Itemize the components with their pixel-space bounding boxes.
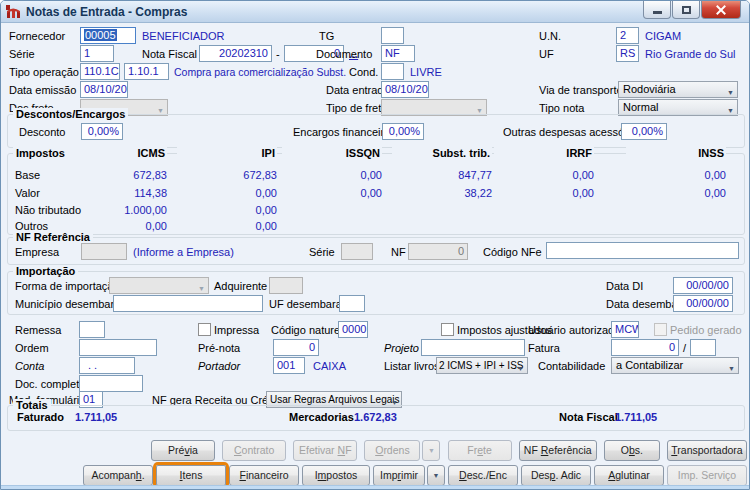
desp-adic-button[interactable]: Desp. Adic [521, 465, 591, 486]
pedido-gerado-checkbox [654, 323, 667, 336]
desc-enc-button[interactable]: Desc./Enc [448, 465, 518, 486]
acompanh-button[interactable]: Acompanh. [83, 465, 153, 486]
usuario-autorizado-label: Usuário autorizado [528, 324, 620, 336]
aglutinar-button[interactable]: Aglutinar [594, 465, 664, 486]
tg-field[interactable] [381, 27, 404, 44]
doc-completo-field[interactable] [79, 375, 143, 392]
data-emissao-field[interactable]: 08/10/20 [80, 81, 128, 98]
impostos-ajustados-checkbox[interactable] [441, 323, 454, 336]
pre-nota-field[interactable]: 0 [273, 339, 319, 356]
minimize-button[interactable] [643, 1, 671, 19]
tipo-operacao-field2[interactable]: 1.10.1 [124, 63, 169, 80]
previa-button[interactable]: Prévia [151, 440, 215, 461]
app-icon [6, 4, 21, 19]
serie-field[interactable]: 1 [80, 45, 114, 62]
fatura-label: Fatura [528, 342, 560, 354]
via-transporte-select[interactable]: Rodoviária▼ [618, 81, 738, 98]
faturado-label: Faturado [17, 411, 64, 423]
impostos-row-label: Valor [15, 187, 40, 199]
contabilidade-select[interactable]: a Contabilizar▼ [611, 357, 739, 374]
un-field[interactable]: 2 [616, 27, 639, 44]
ordens-button-group: Ordens ▼ [364, 440, 440, 461]
transportadora-button[interactable]: Transportadora [667, 440, 747, 461]
imprimir-dropdown-arrow[interactable]: ▼ [427, 465, 445, 486]
impostos-cell: 847,77 [392, 169, 492, 181]
impostos-col-irrf: IRRF [494, 147, 594, 159]
fornecedor-label: Fornecedor [9, 30, 65, 42]
municipio-desembaraco-field[interactable] [113, 295, 263, 312]
data-desembaraco-field[interactable]: 00/00/00 [673, 295, 733, 312]
maximize-button[interactable] [672, 1, 700, 19]
impostos-col-subst: Subst. trib. [392, 147, 492, 159]
un-name: CIGAM [645, 30, 681, 42]
usuario-autorizado-field[interactable]: MCW [611, 321, 639, 338]
nota-fiscal-field[interactable]: 20202310 [199, 45, 272, 62]
data-entrada-field[interactable]: 08/10/20 [381, 81, 429, 98]
imprimir-button[interactable]: Imprimir [373, 465, 425, 486]
desconto-field[interactable]: 0,00% [81, 123, 123, 140]
impostos-button[interactable]: Impostos [302, 465, 370, 486]
window-frame-bottom [1, 485, 749, 489]
fatura-field[interactable]: 0 [611, 339, 679, 356]
close-button[interactable] [701, 1, 741, 19]
nf-referencia-title: NF Referência [13, 231, 93, 243]
impostos-col-inss: INSS [626, 147, 726, 159]
obs-button[interactable]: Obs. [604, 440, 660, 461]
codigo-natureza-field[interactable]: 0000 [338, 321, 368, 338]
un-label: U.N. [539, 30, 561, 42]
contabilidade-label: Contabilidade [538, 360, 605, 372]
uf-field[interactable]: RS [616, 45, 639, 62]
ordem-field[interactable] [79, 339, 157, 356]
cond-pag-field[interactable] [381, 63, 404, 80]
financeiro-button[interactable]: Financeiro [229, 465, 299, 486]
projeto-field[interactable] [421, 339, 525, 356]
nf-referencia-button[interactable]: NF Referência [519, 440, 597, 461]
cond-pag-desc: LIVRE [410, 66, 442, 78]
conta-label: Conta [15, 360, 44, 372]
outras-despesas-field[interactable]: 0,00% [621, 123, 667, 140]
data-di-field[interactable]: 00/00/00 [673, 277, 733, 294]
descontos-title: Descontos/Encargos [13, 108, 128, 120]
adquirente-field [269, 277, 303, 294]
chevron-down-icon: ▼ [728, 361, 735, 374]
impostos-cell: 672,83 [177, 169, 277, 181]
documento-field[interactable]: NF [381, 45, 415, 62]
remessa-field[interactable] [79, 321, 105, 338]
empresa-hint: (Informe a Empresa) [133, 246, 234, 258]
nf-ref-nf-label: NF [391, 246, 406, 258]
efetivar-nf-button: Efetivar NF [293, 440, 357, 461]
tipo-operacao-field[interactable]: 110.1C [80, 63, 120, 80]
chevron-down-icon: ▼ [727, 85, 734, 98]
tg-label: TG [319, 30, 334, 42]
listar-livros-label: Listar livros [384, 360, 440, 372]
contrato-button: Contrato [222, 440, 286, 461]
impostos-cell: 1.000,00 [67, 204, 167, 216]
contabilidade-value: a Contabilizar [616, 359, 683, 371]
impressa-checkbox[interactable] [198, 323, 211, 336]
listar-livros-value: 2 ICMS + IPI + ISS [439, 360, 523, 371]
forma-importacao-label: Forma de importação [15, 280, 120, 292]
ordens-dropdown-arrow: ▼ [422, 440, 440, 461]
empresa-label: Empresa [15, 246, 59, 258]
button-row-2: Acompanh. Itens Financeiro Impostos Impr… [83, 464, 747, 486]
conta-field[interactable]: . . [79, 357, 135, 374]
tipo-operacao-desc: Compra para comercialização Subst. [174, 66, 346, 78]
impostos-cell: 0,00 [177, 187, 277, 199]
totais-title: Totais [13, 399, 51, 411]
imp-servico-button: Imp. Serviço [667, 465, 747, 486]
itens-button[interactable]: Itens [156, 465, 226, 486]
title-bar: Notas de Entrada - Compras [1, 1, 749, 23]
codigo-nfe-field[interactable] [546, 242, 739, 259]
impostos-col-icms: ICMS [67, 147, 167, 159]
documento-label: Documento [316, 48, 372, 60]
fornecedor-field[interactable]: 00005 [80, 27, 136, 44]
listar-livros-select[interactable]: 2 ICMS + IPI + ISS▼ [436, 357, 528, 374]
portador-field[interactable]: 001 [273, 357, 305, 374]
nf-gera-value: Usar Regras Arquivos Legais [270, 394, 400, 405]
fornecedor-value: 00005 [84, 29, 117, 41]
fatura-field2[interactable] [690, 339, 716, 356]
uf-desembaraco-field[interactable] [339, 295, 365, 312]
codigo-nfe-label: Código NFe [483, 246, 542, 258]
encargos-field[interactable]: 0,00% [382, 123, 424, 140]
impostos-cell: 38,22 [392, 187, 492, 199]
